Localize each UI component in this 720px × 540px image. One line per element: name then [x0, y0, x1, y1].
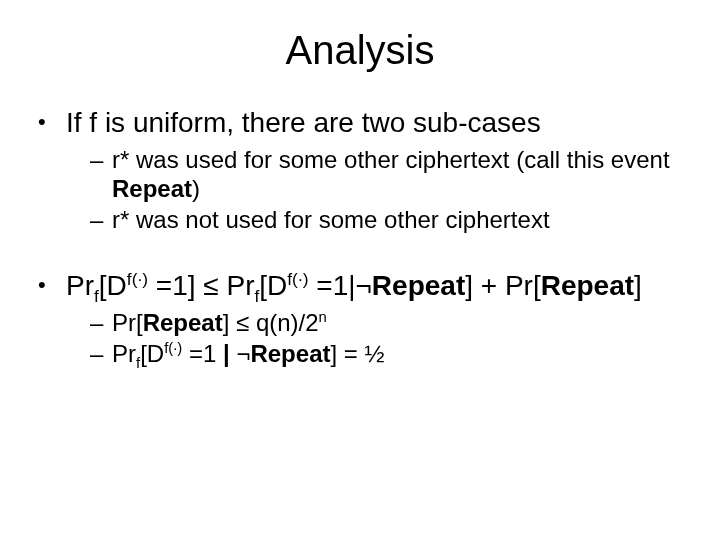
- bullet-marker: •: [38, 268, 66, 303]
- sub-bullet-1b: – r* was not used for some other ciphert…: [90, 206, 682, 235]
- sub-bullet-text: Prf[Df(·) =1 | ¬Repeat] = ½: [112, 340, 682, 369]
- bullet-text-formula: Prf[Df(·) =1] ≤ Prf[Df(·) =1|¬Repeat] + …: [66, 268, 682, 303]
- bullet-text: If f is uniform, there are two sub-cases: [66, 105, 682, 140]
- sub-bullet-2a: – Pr[Repeat] ≤ q(n)/2n: [90, 309, 682, 338]
- sub-bullet-text: Pr[Repeat] ≤ q(n)/2n: [112, 309, 682, 338]
- bullet-item-1: • If f is uniform, there are two sub-cas…: [38, 105, 682, 140]
- sub-bullet-text: r* was not used for some other ciphertex…: [112, 206, 682, 235]
- slide-title: Analysis: [38, 28, 682, 73]
- bullet-marker: •: [38, 105, 66, 140]
- sub-bullet-text: r* was used for some other ciphertext (c…: [112, 146, 682, 204]
- dash-marker: –: [90, 309, 112, 338]
- bullet-item-2: • Prf[Df(·) =1] ≤ Prf[Df(·) =1|¬Repeat] …: [38, 268, 682, 303]
- sub-bullet-1a: – r* was used for some other ciphertext …: [90, 146, 682, 204]
- dash-marker: –: [90, 340, 112, 369]
- dash-marker: –: [90, 146, 112, 204]
- sub-bullet-2b: – Prf[Df(·) =1 | ¬Repeat] = ½: [90, 340, 682, 369]
- dash-marker: –: [90, 206, 112, 235]
